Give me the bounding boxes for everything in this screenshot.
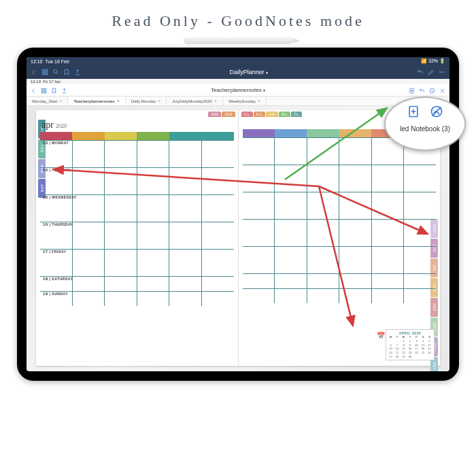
planner-cell[interactable] (339, 220, 372, 246)
planner-cell[interactable] (275, 247, 307, 273)
year-pill[interactable]: 2020 (208, 112, 221, 117)
planner-cell[interactable] (105, 250, 137, 276)
planner-cell[interactable] (404, 165, 436, 192)
search-icon[interactable] (52, 66, 59, 78)
planner-cell[interactable] (339, 247, 372, 273)
planner-cell[interactable] (169, 141, 202, 167)
close-icon[interactable] (439, 84, 445, 97)
close-tab-icon[interactable]: × (214, 99, 217, 103)
back-icon[interactable] (31, 66, 37, 78)
planner-cell[interactable] (105, 141, 137, 167)
planner-cell[interactable] (169, 168, 202, 194)
close-tab-icon[interactable]: × (158, 99, 160, 103)
planner-cell[interactable] (404, 192, 436, 219)
outer-app-title[interactable]: DailyPlanner ▾ (230, 69, 269, 75)
grid-icon[interactable] (41, 84, 47, 97)
planner-cell[interactable] (307, 274, 340, 288)
planner-cell[interactable] (202, 168, 234, 194)
planner-cell[interactable] (339, 138, 372, 165)
subject-pill[interactable]: S.C. (254, 112, 266, 117)
planner-cell[interactable] (339, 165, 372, 192)
add-page-icon[interactable] (409, 84, 415, 97)
planner-cell[interactable] (105, 195, 137, 222)
planner-cell[interactable] (243, 220, 275, 246)
subject-pill[interactable]: R.L. (279, 112, 290, 117)
planner-cell[interactable] (372, 192, 405, 219)
planner-cell[interactable] (275, 138, 307, 165)
document-tab[interactable]: WeeklySunday× (223, 97, 267, 105)
pen-icon[interactable] (428, 66, 435, 78)
planner-cell[interactable] (137, 277, 170, 291)
planner-cell[interactable] (307, 247, 340, 273)
document-tab[interactable]: Teacherplannernotes× (68, 97, 125, 105)
close-tab-icon[interactable]: × (59, 99, 62, 103)
back-icon[interactable] (31, 84, 37, 97)
planner-cell[interactable] (137, 292, 170, 306)
planner-cell[interactable] (243, 165, 275, 192)
planner-cell[interactable] (372, 165, 405, 192)
planner-cell[interactable] (73, 222, 105, 249)
close-tab-icon[interactable]: × (117, 99, 120, 103)
planner-cell[interactable] (202, 141, 234, 167)
undo-icon[interactable] (419, 84, 425, 97)
planner-cell[interactable] (307, 138, 340, 165)
planner-cell[interactable] (243, 289, 275, 303)
planner-cell[interactable] (404, 289, 436, 303)
planner-cell[interactable] (137, 250, 170, 276)
planner-cell[interactable] (307, 289, 340, 303)
planner-cell[interactable] (73, 195, 105, 222)
planner-cell[interactable] (243, 247, 275, 273)
year-pill[interactable]: 2019 (222, 112, 235, 117)
planner-cell[interactable] (275, 165, 307, 192)
planner-cell[interactable] (307, 220, 340, 246)
share-icon[interactable] (74, 66, 81, 78)
planner-cell[interactable] (105, 168, 137, 194)
grid-icon[interactable] (41, 66, 48, 78)
planner-cell[interactable] (372, 247, 405, 273)
mini-calendar[interactable]: 📅 APRIL 2020 MTWTFSS12345678910111213141… (386, 329, 435, 360)
planner-cell[interactable] (202, 292, 234, 306)
planner-cell[interactable] (105, 222, 137, 249)
planner-cell[interactable] (105, 277, 137, 291)
planner-cell[interactable] (169, 292, 202, 306)
subject-pill[interactable]: A.R. (266, 112, 278, 117)
readonly-icon[interactable] (429, 84, 435, 97)
planner-cell[interactable] (339, 274, 372, 288)
planner-cell[interactable] (243, 274, 275, 288)
planner-cell[interactable] (404, 247, 436, 273)
planner-cell[interactable] (404, 274, 436, 288)
more-icon[interactable] (439, 66, 445, 78)
undo-icon[interactable] (417, 66, 424, 78)
planner-cell[interactable] (275, 274, 307, 288)
planner-cell[interactable] (243, 192, 275, 219)
planner-cell[interactable] (275, 192, 307, 219)
planner-cell[interactable] (73, 141, 105, 167)
close-tab-icon[interactable]: × (258, 99, 260, 103)
document-tab[interactable]: Daily Monday× (126, 97, 167, 105)
planner-cell[interactable] (307, 165, 340, 192)
subject-pill[interactable]: T.L. (291, 112, 302, 117)
document-tab[interactable]: JulyDailyMonday2020× (167, 97, 223, 105)
planner-cell[interactable] (372, 274, 405, 288)
planner-cell[interactable] (404, 220, 436, 246)
planner-cell[interactable] (339, 192, 372, 219)
planner-cell[interactable] (169, 195, 202, 222)
planner-cell[interactable] (202, 250, 234, 276)
planner-cell[interactable] (202, 195, 234, 222)
planner-cell[interactable] (73, 292, 105, 306)
planner-cell[interactable] (339, 289, 372, 303)
subject-pill[interactable]: C.L. (241, 112, 253, 117)
planner-cell[interactable] (169, 222, 202, 249)
planner-cell[interactable] (137, 168, 170, 194)
bookmark-icon[interactable] (63, 66, 70, 78)
planner-cell[interactable] (372, 289, 405, 303)
planner-cell[interactable] (169, 277, 202, 291)
planner-cell[interactable] (105, 292, 137, 306)
planner-cell[interactable] (243, 138, 275, 165)
planner-cell[interactable] (137, 195, 170, 222)
readonly-toggle-icon[interactable] (430, 105, 443, 121)
planner-cell[interactable] (73, 277, 105, 291)
planner-cell[interactable] (137, 141, 170, 167)
planner-cell[interactable] (202, 222, 234, 249)
planner-cell[interactable] (275, 289, 307, 303)
